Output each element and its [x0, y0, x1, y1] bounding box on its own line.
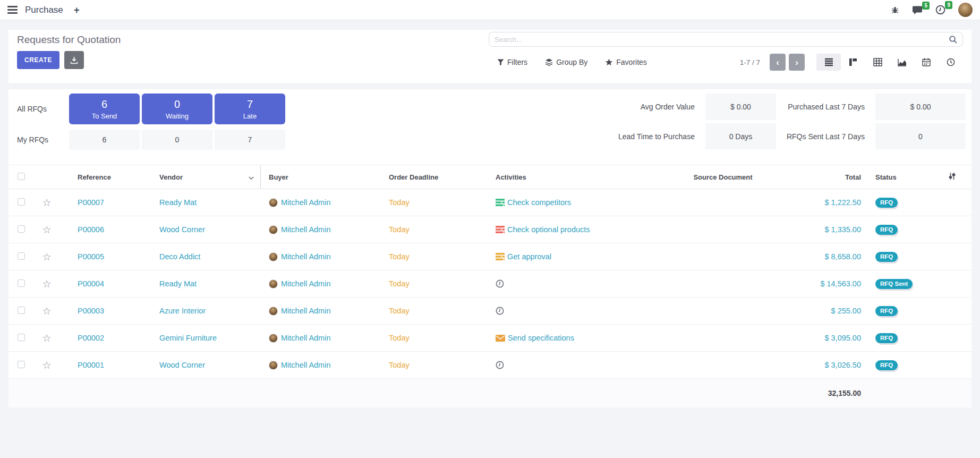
- header-source-document[interactable]: Source Document: [662, 173, 784, 181]
- favorite-star-icon[interactable]: ☆: [42, 333, 51, 344]
- new-tab-plus-icon[interactable]: +: [74, 5, 80, 15]
- activity-label[interactable]: Get approval: [507, 252, 551, 261]
- reference-link[interactable]: P00005: [78, 252, 104, 261]
- header-vendor[interactable]: Vendor: [152, 165, 261, 189]
- buyer-link[interactable]: Mitchell Admin: [281, 279, 330, 288]
- table-row[interactable]: ☆ P00007 Ready Mat Mitchell Admin Today …: [8, 189, 972, 216]
- view-calendar-button[interactable]: [914, 54, 939, 71]
- table-row[interactable]: ☆ P00003 Azure Interior Mitchell Admin T…: [8, 298, 972, 325]
- vendor-link[interactable]: Gemini Furniture: [159, 334, 217, 342]
- user-avatar[interactable]: [958, 3, 973, 17]
- favorite-star-icon[interactable]: ☆: [42, 278, 51, 290]
- header-total[interactable]: Total: [784, 173, 872, 181]
- activity-label[interactable]: Check competitors: [507, 198, 571, 207]
- vendor-link[interactable]: Wood Corner: [159, 361, 205, 369]
- view-activity-button[interactable]: [939, 54, 963, 71]
- row-checkbox[interactable]: [18, 225, 25, 233]
- activity-button[interactable]: [496, 307, 504, 315]
- kpi-to-send-card[interactable]: 6 To Send: [69, 94, 140, 124]
- view-list-button[interactable]: [816, 54, 841, 71]
- reference-link[interactable]: P00004: [78, 279, 104, 288]
- select-all-checkbox[interactable]: [18, 173, 25, 180]
- buyer-link[interactable]: Mitchell Admin: [281, 198, 330, 207]
- reference-link[interactable]: P00007: [78, 198, 104, 207]
- vendor-link[interactable]: Wood Corner: [159, 225, 205, 234]
- favorite-star-icon[interactable]: ☆: [42, 306, 51, 317]
- vendor-link[interactable]: Ready Mat: [159, 279, 197, 288]
- row-checkbox[interactable]: [18, 361, 25, 368]
- activities-clock-icon[interactable]: 9: [935, 5, 945, 15]
- app-name[interactable]: Purchase: [25, 5, 63, 15]
- table-row[interactable]: ☆ P00005 Deco Addict Mitchell Admin Toda…: [8, 243, 972, 270]
- vendor-link[interactable]: Deco Addict: [159, 252, 200, 261]
- buyer-link[interactable]: Mitchell Admin: [281, 252, 330, 261]
- status-badge: RFQ Sent: [875, 279, 913, 289]
- buyer-avatar: [269, 252, 278, 261]
- create-button[interactable]: CREATE: [17, 51, 59, 69]
- reference-link[interactable]: P00003: [78, 307, 104, 315]
- total-amount: $ 255.00: [831, 307, 861, 315]
- order-deadline: Today: [389, 334, 410, 342]
- total-amount: $ 3,095.00: [824, 334, 861, 342]
- apps-menu-icon[interactable]: [7, 6, 18, 14]
- pager-range: 1-7 / 7: [740, 58, 760, 66]
- filters-button[interactable]: Filters: [497, 58, 527, 66]
- export-download-button[interactable]: [64, 51, 84, 69]
- vendor-link[interactable]: Azure Interior: [159, 307, 206, 315]
- my-to-send-cell[interactable]: 6: [69, 130, 140, 150]
- buyer-link[interactable]: Mitchell Admin: [281, 307, 330, 315]
- row-checkbox[interactable]: [18, 279, 25, 287]
- clock-icon: [496, 361, 504, 369]
- favorite-star-icon[interactable]: ☆: [42, 360, 51, 371]
- activity-button[interactable]: [496, 361, 504, 369]
- table-row[interactable]: ☆ P00006 Wood Corner Mitchell Admin Toda…: [8, 216, 972, 243]
- table-row[interactable]: ☆ P00002 Gemini Furniture Mitchell Admin…: [8, 325, 972, 352]
- favorites-button[interactable]: Favorites: [605, 58, 647, 66]
- row-checkbox[interactable]: [18, 307, 25, 314]
- optional-columns-button[interactable]: [933, 172, 972, 182]
- view-graph-button[interactable]: [890, 54, 914, 71]
- activity-label[interactable]: Check optional products: [507, 225, 590, 234]
- messages-icon[interactable]: 5: [912, 5, 923, 15]
- header-buyer[interactable]: Buyer: [261, 173, 383, 181]
- pager-next-button[interactable]: ›: [789, 54, 805, 71]
- my-late-cell[interactable]: 7: [215, 130, 285, 150]
- search-input[interactable]: [495, 36, 947, 44]
- buyer-link[interactable]: Mitchell Admin: [281, 361, 330, 369]
- favorite-star-icon[interactable]: ☆: [42, 251, 51, 262]
- row-checkbox[interactable]: [18, 334, 25, 341]
- buyer-link[interactable]: Mitchell Admin: [281, 225, 330, 234]
- reference-link[interactable]: P00006: [78, 225, 104, 234]
- activity-button[interactable]: [496, 199, 505, 206]
- reference-link[interactable]: P00002: [78, 334, 104, 342]
- favorite-star-icon[interactable]: ☆: [42, 224, 51, 235]
- kpi-late-card[interactable]: 7 Late: [215, 94, 285, 124]
- debug-bug-icon[interactable]: [891, 6, 899, 14]
- my-waiting-cell[interactable]: 0: [142, 130, 212, 150]
- row-checkbox[interactable]: [18, 198, 25, 206]
- activity-label[interactable]: Send specifications: [508, 334, 574, 342]
- header-reference[interactable]: Reference: [62, 173, 152, 181]
- favorite-star-icon[interactable]: ☆: [42, 197, 51, 208]
- view-kanban-button[interactable]: [841, 54, 865, 71]
- kpi-waiting-card[interactable]: 0 Waiting: [142, 94, 212, 124]
- buyer-link[interactable]: Mitchell Admin: [281, 334, 330, 342]
- header-order-deadline[interactable]: Order Deadline: [383, 173, 492, 181]
- status-badge: RFQ: [875, 360, 898, 370]
- view-pivot-button[interactable]: [865, 54, 890, 71]
- reference-link[interactable]: P00001: [78, 361, 104, 369]
- activity-button[interactable]: [496, 253, 505, 260]
- avg-order-value: $ 0.00: [705, 94, 776, 120]
- footer-total: 32,155.00: [784, 389, 872, 397]
- pager-previous-button[interactable]: ‹: [770, 54, 786, 71]
- table-row[interactable]: ☆ P00004 Ready Mat Mitchell Admin Today …: [8, 270, 972, 298]
- activity-button[interactable]: [496, 279, 504, 288]
- activity-button[interactable]: [496, 226, 505, 233]
- header-status[interactable]: Status: [872, 173, 933, 181]
- group-by-button[interactable]: Group By: [545, 58, 587, 66]
- activity-button[interactable]: [496, 335, 505, 342]
- row-checkbox[interactable]: [18, 252, 25, 260]
- table-row[interactable]: ☆ P00001 Wood Corner Mitchell Admin Toda…: [8, 352, 972, 379]
- header-activities[interactable]: Activities: [492, 173, 662, 181]
- vendor-link[interactable]: Ready Mat: [159, 198, 197, 207]
